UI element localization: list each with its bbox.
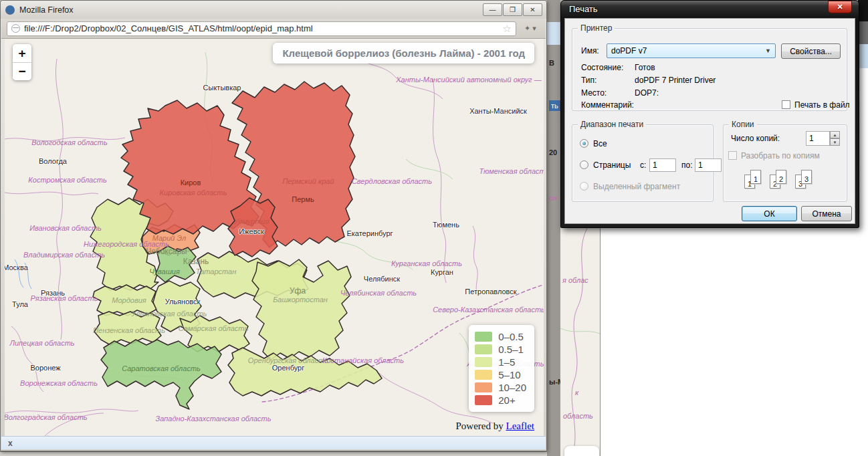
background-window-sliver: Вть20оны-М xyxy=(547,0,560,456)
legend-row: 0.5–1 xyxy=(475,343,526,356)
background-map-label-fragment: область xyxy=(563,412,593,420)
close-button[interactable]: ✕ xyxy=(523,3,542,16)
collate-checkbox[interactable] xyxy=(728,151,737,160)
legend-swatch xyxy=(475,332,492,342)
legend-label: 1–5 xyxy=(498,356,515,368)
printer-name-value: doPDF v7 xyxy=(611,46,647,55)
dialog-body: Принтер Имя: doPDF v7 ▼ Свойства... Сост… xyxy=(564,18,855,224)
background-map-label-fragment: я облас xyxy=(562,276,588,284)
combobox-arrow-icon[interactable]: ▼ xyxy=(765,47,771,54)
url-text[interactable]: file:///F:/Drop2/Dropbox/02_Солнцев/GIS_… xyxy=(24,23,503,33)
radio-selection-label: Выделенный фрагмент xyxy=(593,182,680,191)
copies-count-input[interactable] xyxy=(806,131,830,146)
map-canvas xyxy=(5,39,544,436)
dialog-title: Печать xyxy=(569,4,598,14)
background-window xyxy=(600,228,868,456)
print-range-group-label: Диапазон печати xyxy=(578,120,646,129)
where-label: Место: xyxy=(581,88,607,98)
minimize-button[interactable]: — xyxy=(483,3,502,16)
background-toolbar-fragment xyxy=(547,22,560,45)
region-mordovia[interactable] xyxy=(93,285,157,316)
status-value: Готов xyxy=(635,63,655,72)
pages-to-input[interactable] xyxy=(695,158,722,172)
print-to-file-checkbox[interactable] xyxy=(782,100,790,109)
collate-page-icon: 2 xyxy=(776,170,786,184)
radio-pages-label[interactable]: Страницы xyxy=(593,160,631,170)
ok-button[interactable]: ОК xyxy=(742,206,797,221)
firefox-window: Mozilla Firefox — ❐ ✕ file:///F:/Drop2/D… xyxy=(0,0,547,451)
map-attribution: Powered by Leaflet xyxy=(456,421,534,432)
status-label: Состояние: xyxy=(581,63,623,72)
background-map-label-fragment: к xyxy=(575,388,578,396)
dialog-close-button[interactable]: ✕ xyxy=(828,1,852,13)
legend-swatch xyxy=(475,370,492,380)
pages-from-input[interactable] xyxy=(649,158,676,172)
comment-label: Комментарий: xyxy=(581,100,634,110)
background-text-fragment: он xyxy=(549,194,557,202)
background-popup-fragment xyxy=(564,446,599,456)
background-text-fragment: ы-М xyxy=(549,378,560,386)
maximize-button[interactable]: ❐ xyxy=(503,3,522,16)
legend-row: 0–0.5 xyxy=(475,330,526,343)
zoom-out-button[interactable]: − xyxy=(13,62,31,80)
navigation-bar: file:///F:/Drop2/Dropbox/02_Солнцев/GIS_… xyxy=(1,19,546,39)
background-map-fragment: я обласкобласть xyxy=(560,228,600,456)
background-window-edge xyxy=(858,0,868,228)
legend-label: 20+ xyxy=(498,394,515,406)
radio-pages[interactable] xyxy=(580,160,588,169)
zoom-in-button[interactable]: + xyxy=(13,44,31,62)
globe-icon xyxy=(11,24,20,33)
cancel-button[interactable]: Отмена xyxy=(801,206,852,221)
zoom-control: + − xyxy=(13,44,31,80)
copies-count-label: Число копий: xyxy=(731,134,780,143)
where-value: DOP7: xyxy=(635,88,659,98)
attribution-text: Powered by xyxy=(456,421,506,431)
background-text-fragment: В xyxy=(549,59,554,67)
legend-label: 0.5–1 xyxy=(498,344,524,355)
legend-row: 5–10 xyxy=(475,368,526,381)
map-legend-rows: 0–0.50.5–11–55–1010–2020+ xyxy=(475,330,526,407)
find-bar: x xyxy=(1,436,546,449)
spinner-up-icon[interactable]: ▲ xyxy=(830,131,840,138)
legend-swatch xyxy=(475,344,492,354)
region-penza[interactable] xyxy=(94,312,161,345)
firefox-icon xyxy=(5,5,15,15)
findbar-close-button[interactable]: x xyxy=(8,439,13,448)
collate-label: Разобрать по копиям xyxy=(741,151,820,160)
legend-swatch xyxy=(475,395,492,405)
legend-row: 20+ xyxy=(475,394,526,407)
radio-selection[interactable] xyxy=(580,182,588,191)
background-text-fragment: 20 xyxy=(549,148,557,156)
url-dropdown-button[interactable]: ✦ ▾ xyxy=(520,21,540,36)
map-legend: 0–0.50.5–11–55–1010–2020+ xyxy=(469,325,534,412)
leaflet-link[interactable]: Leaflet xyxy=(506,421,534,431)
radio-all[interactable] xyxy=(580,139,588,148)
map-title: Клещевой боррелиоз (болезнь Лайма) - 200… xyxy=(273,43,534,64)
legend-swatch xyxy=(475,357,492,367)
type-value: doPDF 7 Printer Driver xyxy=(635,76,716,85)
printer-name-label: Имя: xyxy=(581,46,599,55)
pages-from-label: с: xyxy=(640,160,646,170)
legend-swatch xyxy=(475,382,492,392)
bookmark-star-icon[interactable]: ☆ xyxy=(503,23,512,35)
legend-row: 1–5 xyxy=(475,356,526,368)
copies-group-label: Копии xyxy=(729,120,757,129)
properties-button[interactable]: Свойства... xyxy=(781,43,841,59)
printer-name-combobox[interactable]: doPDF v7 ▼ xyxy=(607,43,776,58)
background-bottom-strip xyxy=(0,451,547,456)
print-dialog: Печать ✕ Принтер Имя: doPDF v7 ▼ Свойств… xyxy=(560,0,859,228)
background-map-lines xyxy=(560,228,600,456)
spinner-down-icon[interactable]: ▼ xyxy=(830,138,840,146)
leaflet-map[interactable]: СыктывкарХанты-Мансийский автономный окр… xyxy=(5,39,544,436)
radio-all-label[interactable]: Все xyxy=(593,139,607,148)
copies-spinner[interactable]: ▲ ▼ xyxy=(830,131,840,146)
collate-pages: 112233 xyxy=(744,170,831,193)
region-bashkortostan[interactable] xyxy=(252,259,351,360)
legend-label: 5–10 xyxy=(498,369,520,380)
collate-page-icon: 3 xyxy=(801,170,812,184)
legend-label: 0–0.5 xyxy=(498,331,524,342)
firefox-titlebar[interactable]: Mozilla Firefox — ❐ ✕ xyxy=(1,1,546,19)
type-label: Тип: xyxy=(581,76,596,85)
legend-row: 10–20 xyxy=(475,381,526,394)
url-bar[interactable]: file:///F:/Drop2/Dropbox/02_Солнцев/GIS_… xyxy=(7,21,516,36)
